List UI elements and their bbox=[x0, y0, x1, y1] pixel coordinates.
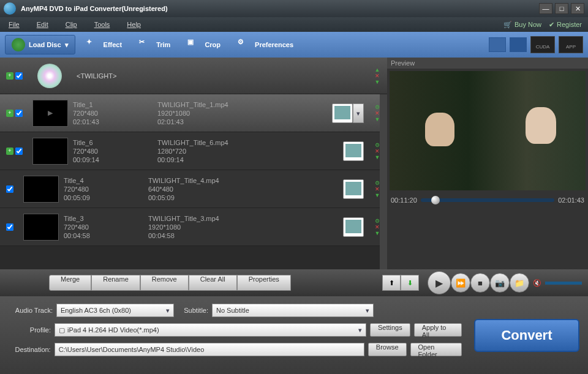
chevron-down-icon: ▾ bbox=[366, 307, 369, 315]
thumbnail bbox=[23, 214, 59, 241]
buy-now-link[interactable]: 🛒Buy Now bbox=[503, 21, 541, 29]
audio-track-select[interactable]: English AC3 6ch (0x80)▾ bbox=[56, 304, 174, 317]
preview-video[interactable] bbox=[390, 71, 586, 190]
play-button[interactable]: ▶ bbox=[428, 271, 451, 294]
ipad-icon bbox=[332, 103, 353, 123]
subtitle-select[interactable]: No Subtitle▾ bbox=[212, 304, 374, 317]
thumbnail bbox=[32, 138, 68, 165]
menu-clip[interactable]: Clip bbox=[63, 21, 92, 28]
effect-button[interactable]: ✦Effect bbox=[80, 36, 129, 54]
down-icon: ⬇ bbox=[407, 279, 413, 287]
load-disc-button[interactable]: Load Disc▾ bbox=[5, 35, 75, 54]
seek-slider[interactable] bbox=[421, 198, 554, 202]
volume-icon[interactable]: 🔇 bbox=[533, 279, 541, 287]
detail-view-button[interactable] bbox=[510, 37, 527, 52]
open-folder-button[interactable]: Open Folder bbox=[410, 343, 462, 356]
title-resolution: 720*480 bbox=[64, 185, 143, 193]
close-button[interactable]: ✕ bbox=[571, 3, 584, 14]
output-duration: 00:04:58 bbox=[148, 231, 240, 240]
menu-help[interactable]: Help bbox=[124, 21, 156, 28]
profile-select[interactable]: ▢iPad 4 H.264 HD Video(*.mp4)▾ bbox=[55, 323, 366, 337]
volume-slider[interactable] bbox=[545, 282, 582, 285]
output-resolution: 1280*720 bbox=[157, 147, 249, 155]
output-duration: 02:01:43 bbox=[157, 118, 249, 126]
subtitle-label: Subtitle: bbox=[178, 307, 208, 314]
title-row[interactable]: Title_4720*48000:05:09 TWILIGHT_Title_4.… bbox=[0, 170, 387, 208]
output-resolution: 1920*1080 bbox=[157, 109, 249, 118]
profile-button[interactable] bbox=[343, 217, 364, 237]
ipad-icon bbox=[343, 141, 364, 161]
destination-input[interactable]: C:\Users\User\Documents\AnyMP4 Studio\Vi… bbox=[55, 343, 364, 356]
minimize-button[interactable]: — bbox=[539, 3, 552, 14]
disc-checkbox[interactable] bbox=[15, 72, 23, 80]
move-up-icon[interactable]: ▲ bbox=[374, 67, 381, 73]
disc-icon bbox=[12, 38, 25, 51]
profile-button[interactable]: ▾ bbox=[332, 103, 364, 123]
output-duration: 00:05:09 bbox=[148, 193, 240, 202]
output-name: TWILIGHT_Title_4.mp4 bbox=[148, 176, 240, 185]
fast-forward-button[interactable]: ⏩ bbox=[451, 273, 470, 293]
chevron-down-icon: ▾ bbox=[353, 103, 364, 123]
title-row[interactable]: + ▶ Title_1720*48002:01:43 TWILIGHT_Titl… bbox=[0, 94, 387, 132]
remove-button[interactable]: Remove bbox=[140, 275, 189, 291]
chevron-down-icon: ▾ bbox=[65, 41, 69, 49]
preferences-button[interactable]: ⚙Preferences bbox=[232, 36, 300, 54]
menu-edit[interactable]: Edit bbox=[34, 21, 63, 28]
browse-button[interactable]: Browse bbox=[368, 343, 407, 356]
title-checkbox[interactable] bbox=[6, 185, 13, 193]
profile-button[interactable] bbox=[343, 141, 364, 161]
scrollbar[interactable] bbox=[380, 94, 387, 269]
output-duration: 00:09:14 bbox=[157, 155, 249, 164]
cuda-badge: CUDA bbox=[530, 36, 555, 53]
title-checkbox[interactable] bbox=[6, 223, 13, 231]
profile-button[interactable] bbox=[343, 179, 364, 199]
move-top-button[interactable]: ⬆ bbox=[382, 275, 401, 291]
titlebar: AnyMP4 DVD to iPad Converter(Unregistere… bbox=[0, 0, 588, 17]
settings-button[interactable]: Settings bbox=[370, 323, 410, 337]
title-duration: 02:01:43 bbox=[73, 118, 153, 126]
title-resolution: 720*480 bbox=[73, 109, 153, 118]
gear-icon: ⚙ bbox=[238, 38, 251, 51]
clear-all-button[interactable]: Clear All bbox=[189, 275, 237, 291]
amd-app-badge: APP bbox=[559, 36, 583, 53]
snapshot-button[interactable]: 📷 bbox=[490, 273, 510, 293]
title-checkbox[interactable] bbox=[15, 148, 23, 155]
move-bottom-button[interactable]: ⬇ bbox=[401, 275, 419, 291]
open-folder-button[interactable]: 📁 bbox=[510, 273, 529, 293]
register-link[interactable]: ✔Register bbox=[549, 21, 582, 29]
list-view-button[interactable] bbox=[489, 37, 506, 52]
remove-icon[interactable]: ✕ bbox=[374, 73, 381, 79]
move-down-icon[interactable]: ▼ bbox=[374, 79, 381, 85]
crop-icon: ▣ bbox=[187, 38, 201, 51]
title-checkbox[interactable] bbox=[15, 110, 23, 117]
convert-button[interactable]: Convert bbox=[474, 319, 579, 352]
disc-media-icon bbox=[37, 64, 62, 88]
title-row[interactable]: Title_3720*48000:04:58 TWILIGHT_Title_3.… bbox=[0, 208, 387, 246]
title-row[interactable]: + Title_6720*48000:09:14 TWILIGHT_Title_… bbox=[0, 132, 387, 170]
apply-all-button[interactable]: Apply to All bbox=[414, 323, 462, 337]
properties-button[interactable]: Properties bbox=[237, 275, 291, 291]
ipad-icon bbox=[343, 179, 364, 199]
stop-button[interactable]: ■ bbox=[470, 273, 490, 293]
preview-panel: Preview 00:11:20 02:01:43 bbox=[387, 58, 588, 269]
title-name: Title_1 bbox=[73, 100, 153, 109]
disc-row[interactable]: + <TWILIGHT> ▲ ✕ ▼ bbox=[0, 58, 387, 94]
menu-tools[interactable]: Tools bbox=[92, 21, 125, 28]
maximize-button[interactable]: □ bbox=[555, 3, 568, 14]
add-icon[interactable]: + bbox=[6, 148, 13, 155]
title-list-panel: + <TWILIGHT> ▲ ✕ ▼ + ▶ Title_1720*48002:… bbox=[0, 58, 387, 269]
disc-name: <TWILIGHT> bbox=[77, 72, 116, 80]
total-time: 02:01:43 bbox=[558, 196, 584, 204]
trim-icon: ✂ bbox=[139, 38, 153, 51]
menu-file[interactable]: File bbox=[6, 21, 34, 28]
merge-button[interactable]: Merge bbox=[49, 275, 91, 291]
title-name: Title_6 bbox=[73, 138, 153, 147]
output-resolution: 1920*1080 bbox=[148, 223, 240, 231]
chevron-down-icon: ▾ bbox=[166, 307, 170, 315]
add-icon[interactable]: + bbox=[6, 110, 13, 117]
crop-button[interactable]: ▣Crop bbox=[181, 36, 227, 54]
output-name: TWILIGHT_Title_3.mp4 bbox=[148, 214, 240, 223]
trim-button[interactable]: ✂Trim bbox=[133, 36, 176, 54]
rename-button[interactable]: Rename bbox=[91, 275, 140, 291]
add-icon[interactable]: + bbox=[6, 72, 13, 80]
